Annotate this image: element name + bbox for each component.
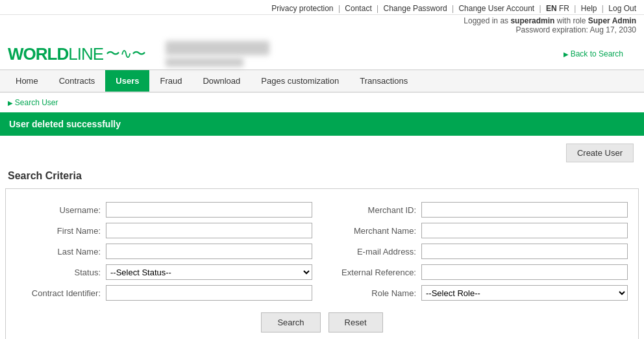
merchant-id-row: Merchant ID: (332, 202, 628, 218)
sep3: | (452, 4, 454, 13)
last-name-input[interactable] (106, 244, 312, 259)
breadcrumb[interactable]: Search User (0, 93, 644, 112)
username-label: Username: (16, 205, 101, 215)
form-grid: Username: First Name: Last Name: Status:… (16, 202, 628, 301)
contact-link[interactable]: Contact (345, 4, 371, 13)
success-banner: User deleted successfully (0, 112, 644, 136)
first-name-row: First Name: (16, 223, 312, 238)
back-to-search-link[interactable]: Back to Search (564, 49, 636, 58)
email-input[interactable] (421, 244, 628, 259)
change-password-link[interactable]: Change Password (384, 4, 447, 13)
logo: WORLDLINE 〜∿〜 (8, 44, 146, 64)
logged-prefix: Logged in as (464, 16, 510, 25)
role-name-select[interactable]: --Select Role-- Admin User Super Admin (421, 285, 628, 301)
contract-id-row: Contract Identifier: (16, 285, 312, 301)
nav-item-home[interactable]: Home (5, 70, 49, 92)
top-bar: Privacy protection | Contact | Change Pa… (0, 0, 644, 15)
log-out-link[interactable]: Log Out (608, 4, 636, 13)
search-button[interactable]: Search (261, 312, 320, 333)
nav-bar: Home Contracts Users Fraud Download Page… (0, 70, 644, 93)
logo-line: LINE (68, 44, 103, 64)
right-column: Merchant ID: Merchant Name: E-mail Addre… (332, 202, 628, 301)
header-area: WORLDLINE 〜∿〜 Back to Search (0, 36, 644, 70)
change-user-account-link[interactable]: Change User Account (458, 4, 534, 13)
logged-username: superadmin (510, 16, 554, 25)
nav-item-fraud[interactable]: Fraud (149, 70, 192, 92)
role-name-label: Role Name: (332, 288, 416, 298)
create-user-row: Create User (5, 144, 639, 168)
left-column: Username: First Name: Last Name: Status:… (16, 202, 312, 301)
logged-role-prefix: with role (554, 16, 588, 25)
button-row: Search Reset (16, 312, 628, 333)
merchant-id-input[interactable] (421, 202, 628, 218)
last-name-row: Last Name: (16, 244, 312, 259)
external-ref-row: External Reference: (332, 264, 628, 280)
search-criteria-title: Search Criteria (5, 168, 639, 188)
merchant-name-label: Merchant Name: (332, 226, 416, 236)
merchant-id-label: Merchant ID: (332, 205, 416, 215)
merchant-info (166, 41, 564, 67)
logo-world: WORLD (8, 44, 68, 64)
status-row: Status: --Select Status-- Active Inactiv… (16, 264, 312, 280)
merchant-name-blurred (166, 41, 269, 55)
sep1: | (338, 4, 340, 13)
logged-role: Super Admin (588, 16, 636, 25)
username-row: Username: (16, 202, 312, 218)
last-name-label: Last Name: (16, 247, 101, 257)
contract-id-label: Contract Identifier: (16, 288, 101, 298)
contract-id-input[interactable] (106, 285, 312, 301)
nav-item-pages-customization[interactable]: Pages customization (251, 70, 349, 92)
password-expiry: Password expiration: Aug 17, 2030 (516, 25, 636, 34)
sep4: | (539, 4, 541, 13)
search-form: Username: First Name: Last Name: Status:… (5, 188, 639, 339)
logged-in-bar: Logged in as superadmin with role Super … (0, 15, 644, 36)
status-select[interactable]: --Select Status-- Active Inactive Locked (106, 264, 312, 280)
email-row: E-mail Address: (332, 244, 628, 259)
privacy-protection-link[interactable]: Privacy protection (271, 4, 333, 13)
lang-en-link[interactable]: EN (546, 4, 557, 13)
external-ref-input[interactable] (421, 264, 628, 280)
username-input[interactable] (106, 202, 312, 218)
merchant-name-row: Merchant Name: (332, 223, 628, 238)
reset-button[interactable]: Reset (328, 312, 383, 333)
role-name-row: Role Name: --Select Role-- Admin User Su… (332, 285, 628, 301)
status-label: Status: (16, 268, 101, 277)
nav-item-transactions[interactable]: Transactions (349, 70, 418, 92)
nav-item-contracts[interactable]: Contracts (49, 70, 106, 92)
help-link[interactable]: Help (581, 4, 597, 13)
email-label: E-mail Address: (332, 247, 416, 257)
first-name-label: First Name: (16, 226, 101, 236)
lang-fr-link[interactable]: FR (559, 4, 569, 13)
nav-item-download[interactable]: Download (192, 70, 251, 92)
sep2: | (377, 4, 378, 13)
merchant-name-input[interactable] (421, 223, 628, 238)
merchant-id-blurred (166, 58, 243, 67)
main-content: Create User Search Criteria Username: Fi… (0, 144, 644, 339)
create-user-button[interactable]: Create User (566, 144, 634, 162)
nav-item-users[interactable]: Users (105, 70, 149, 92)
first-name-input[interactable] (106, 223, 312, 238)
external-ref-label: External Reference: (332, 268, 416, 277)
sep6: | (574, 4, 576, 13)
logo-wave-icon: 〜∿〜 (106, 44, 146, 64)
sep7: | (602, 4, 604, 13)
